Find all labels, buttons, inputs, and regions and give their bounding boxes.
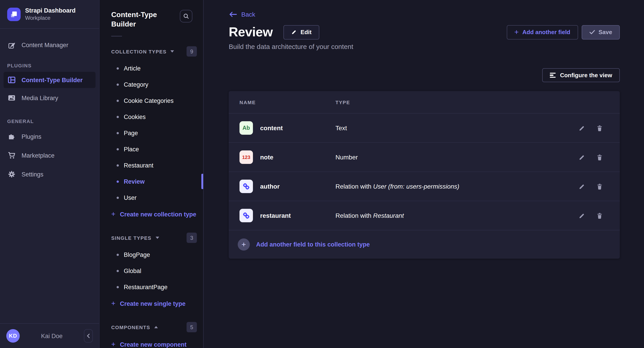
sidebar-section-general: GENERAL: [0, 107, 99, 127]
pencil-icon: [291, 29, 297, 35]
sidebar-item-media-library[interactable]: Media Library: [0, 89, 99, 107]
subnav-item-global[interactable]: Global: [100, 263, 203, 279]
subnav-item-label: Global: [124, 267, 141, 274]
subnav-item-label: Place: [124, 146, 139, 152]
subnav-item-review[interactable]: Review: [100, 173, 203, 190]
page-title: Review: [229, 25, 273, 40]
subnav-item-article[interactable]: Article: [100, 60, 203, 76]
avatar[interactable]: KD: [6, 329, 20, 342]
workspace-switcher[interactable]: Strapi Dashboard Workplace: [0, 0, 99, 28]
subnav-section-label: COMPONENTS: [111, 324, 150, 330]
delete-field-button[interactable]: [596, 212, 603, 219]
relation-field-icon: [240, 209, 253, 222]
section-count-badge: 3: [186, 233, 197, 243]
sidebar-item-marketplace[interactable]: Marketplace: [0, 146, 99, 164]
user-name: Kai Doe: [20, 332, 84, 339]
delete-field-button[interactable]: [596, 183, 603, 190]
table-row: authorRelation with User (from: users-pe…: [229, 171, 620, 201]
relation-field-icon: [240, 180, 253, 193]
subnav-item-user[interactable]: User: [100, 190, 203, 206]
configure-view-button[interactable]: Configure the view: [542, 68, 620, 82]
sidebar-item-plugins[interactable]: Plugins: [0, 127, 99, 145]
plus-circle-icon: +: [238, 238, 250, 251]
subnav-item-restaurant[interactable]: Restaurant: [100, 157, 203, 173]
sidebar-item-content-type-builder[interactable]: Content-Type Builder: [4, 72, 96, 88]
edit-field-button[interactable]: [578, 125, 585, 131]
chevron-down-icon: [156, 237, 159, 239]
bullet-icon: [116, 116, 119, 118]
relation-link-icon: [242, 212, 250, 219]
plus-icon: +: [111, 300, 116, 307]
subnav-section-header[interactable]: COMPONENTS5: [100, 312, 203, 336]
main-sidebar: Strapi Dashboard Workplace Content Manag…: [0, 0, 100, 348]
field-name: note: [260, 153, 273, 161]
content-manager-icon: [7, 41, 16, 49]
plus-icon: +: [514, 28, 519, 36]
number-field-icon: 123: [240, 150, 253, 164]
main-content: Back Review Edit + Add another field: [204, 0, 644, 348]
subnav-item-blogpage[interactable]: BlogPage: [100, 247, 203, 263]
delete-field-button[interactable]: [596, 154, 603, 160]
edit-button[interactable]: Edit: [284, 25, 319, 39]
bullet-icon: [116, 253, 119, 256]
media-library-icon: [7, 94, 16, 102]
bullet-icon: [116, 67, 119, 69]
subnav-item-cookies[interactable]: Cookies: [100, 109, 203, 125]
edit-field-button[interactable]: [578, 212, 585, 219]
chevron-left-icon: [86, 334, 90, 338]
relation-link-icon: [242, 183, 250, 190]
subnav-item-page[interactable]: Page: [100, 125, 203, 141]
sidebar-item-content-manager[interactable]: Content Manager: [0, 36, 99, 54]
column-header-name: NAME: [240, 99, 336, 105]
add-another-field-button[interactable]: + Add another field: [507, 25, 578, 39]
subnav-action-2[interactable]: +Create new component: [100, 336, 203, 348]
field-name: author: [260, 183, 280, 190]
sidebar-section-plugins: PLUGINS: [0, 54, 99, 71]
subnav-item-place[interactable]: Place: [100, 141, 203, 157]
bullet-icon: [116, 270, 119, 272]
subnav-item-category[interactable]: Category: [100, 76, 203, 92]
search-button[interactable]: [180, 10, 192, 23]
subnav-section-header[interactable]: SINGLE TYPES3: [100, 223, 203, 247]
check-icon: [589, 30, 595, 35]
delete-field-button[interactable]: [596, 125, 603, 131]
subnav-item-label: Review: [124, 178, 145, 185]
pencil-icon: [578, 212, 585, 219]
sidebar-item-label: Media Library: [22, 95, 58, 101]
bullet-icon: [116, 132, 119, 134]
subnav-action-0[interactable]: +Create new collection type: [100, 206, 203, 223]
bullet-icon: [116, 148, 119, 150]
text-field-icon: Ab: [240, 121, 253, 135]
subnav-title: Content-Type Builder: [111, 10, 168, 29]
content-type-builder-icon: [7, 76, 16, 84]
trash-icon: [596, 125, 603, 131]
collapse-sidebar-button[interactable]: [84, 329, 93, 342]
bullet-icon: [116, 286, 119, 288]
subnav-item-label: User: [124, 194, 136, 201]
trash-icon: [596, 212, 603, 219]
configure-icon: [550, 73, 556, 78]
save-button[interactable]: Save: [582, 25, 620, 39]
table-header: NAME TYPE: [229, 91, 620, 113]
bullet-icon: [116, 164, 119, 166]
user-row: KD Kai Doe: [0, 324, 99, 348]
back-link[interactable]: Back: [229, 11, 255, 18]
table-row: restaurantRelation with Restaurant: [229, 201, 620, 230]
sidebar-item-settings[interactable]: Settings: [0, 165, 99, 183]
subnav-item-cookie-categories[interactable]: Cookie Categories: [100, 92, 203, 109]
field-name: restaurant: [260, 212, 291, 219]
subnav-section-label: COLLECTION TYPES: [111, 49, 166, 54]
column-header-type: TYPE: [336, 99, 609, 105]
add-field-footer-button[interactable]: + Add another field to this collection t…: [229, 230, 620, 259]
puzzle-icon: [7, 132, 16, 140]
bullet-icon: [116, 83, 119, 86]
edit-field-button[interactable]: [578, 154, 585, 160]
edit-field-button[interactable]: [578, 183, 585, 190]
subnav-section-header[interactable]: COLLECTION TYPES9: [100, 36, 203, 60]
subnav-action-1[interactable]: +Create new single type: [100, 295, 203, 312]
subnav-item-restaurantpage[interactable]: RestaurantPage: [100, 279, 203, 295]
pencil-icon: [578, 125, 585, 131]
sidebar-item-label: Content Manager: [22, 42, 68, 48]
strapi-app: Strapi Dashboard Workplace Content Manag…: [0, 0, 644, 348]
section-count-badge: 9: [186, 46, 197, 57]
